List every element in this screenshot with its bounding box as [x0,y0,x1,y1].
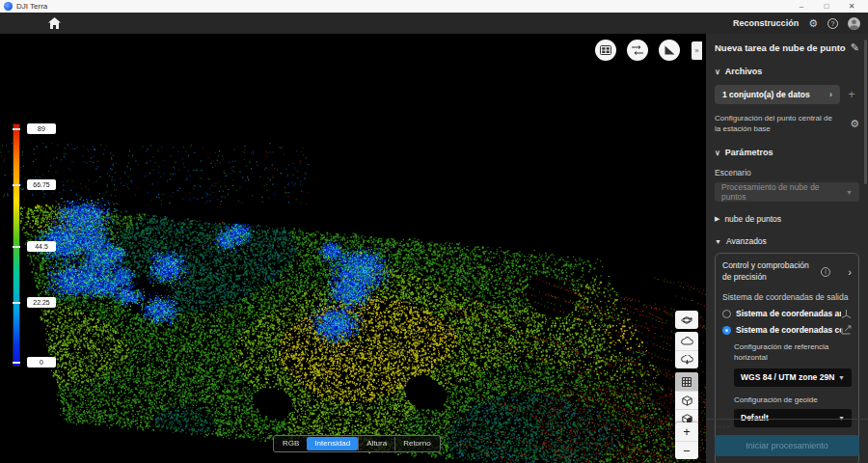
nube-de-puntos-label: nube de puntos [724,214,781,224]
section-archivos-label: Archivos [725,67,763,76]
dji-terra-logo-icon [4,2,13,11]
maximize-button[interactable]: □ [814,2,839,11]
base-station-label: Configuración del punto central de la es… [715,113,836,134]
reconstruction-tab[interactable]: Reconstrucción [733,18,799,28]
axes-icon [841,309,852,318]
section-archivos[interactable]: ∨ Archivos [715,67,859,76]
panel-collapse-handle[interactable]: » [692,41,702,60]
scale-tick [13,362,20,364]
settings-panel: Nueva tarea de nube de puntos L... ✎ ∨ A… [706,34,868,463]
route-tool-button[interactable] [627,40,648,61]
panel-footer: ···· Iniciar procesamiento [706,419,868,463]
cs-arbitrary-label: Sistema de coordenadas arbitr... [736,309,841,318]
horizontal-ref-value: WGS 84 / UTM zone 29N [741,372,834,382]
home-icon [48,17,61,29]
chevron-right-icon: › [829,90,832,99]
scale-label-min: 0 [27,357,56,368]
ruler-icon [665,45,675,55]
edit-title-icon[interactable]: ✎ [851,41,859,54]
section-parametros-label: Parámetros [725,148,773,157]
cube-icon [682,395,692,406]
mode-retorno[interactable]: Retorno [394,437,438,450]
caret-down-icon: ▼ [838,374,845,381]
help-icon[interactable]: ? [827,18,838,29]
accuracy-control-row[interactable]: Control y comprobación de precisión i › [722,260,852,283]
horizontal-ref-label: Configuración de referencia horizontal [734,342,852,364]
photos-tool-button[interactable] [595,40,616,61]
mode-intensidad[interactable]: Intensidad [307,437,358,450]
person-icon [848,17,860,30]
zoom-toolbar: + − [675,422,698,459]
base-station-gear-icon[interactable]: ⚙ [850,118,859,130]
scale-tick [13,302,20,304]
info-icon[interactable]: i [821,267,830,277]
scale-label: 44.5 [27,241,56,252]
settings-gear-icon[interactable]: ⚙ [808,18,818,29]
triangle-down-icon: ▼ [715,238,721,245]
minimize-button[interactable]: – [789,2,814,11]
cs-known-option[interactable]: Sistema de coordenadas conoc... [722,325,852,335]
nav-bar: Reconstrucción ⚙ ? [0,13,868,34]
cloud-arrow-icon [681,355,693,365]
chevron-right-icon: › [848,266,852,278]
dataset-button[interactable]: 1 conjunto(a) de datos › [715,85,840,104]
scale-tick [13,246,20,248]
cs-arbitrary-option[interactable]: Sistema de coordenadas arbitr... [722,309,852,318]
intensity-gradient-bar [13,123,20,367]
close-button[interactable]: ✕ [839,2,864,11]
mode-rgb[interactable]: RGB [275,437,307,450]
chevron-down-icon: ∨ [715,68,720,76]
orbit-view-button[interactable] [675,311,698,329]
import-cs-icon [841,325,852,335]
measure-tool-button[interactable] [659,40,680,61]
photos-icon [600,45,611,55]
user-avatar[interactable] [848,17,860,30]
mode-altura[interactable]: Altura [358,437,394,450]
accuracy-control-label: Control y comprobación de precisión [722,260,815,283]
display-mode-switcher: RGB Intensidad Altura Retorno [273,435,441,452]
point-cloud-viewport[interactable]: 89 66.75 44.5 22.25 0 [0,34,706,463]
orbit-icon [681,314,692,326]
escenario-value: Procesamiento de nube de puntos [721,182,846,202]
avanzados-section[interactable]: ▼ Avanzados [715,236,859,246]
radio-selected-icon [722,326,731,335]
cloud-toolbar [675,332,698,368]
view-toolbar-top [675,311,698,329]
zoom-out-button[interactable]: − [675,441,698,459]
point-cloud-layer-button[interactable] [675,332,698,350]
panel-scrollbar[interactable] [864,40,867,184]
caret-down-icon: ▼ [846,189,853,196]
point-cloud-canvas[interactable] [0,34,706,463]
task-title: Nueva tarea de nube de puntos L... [715,42,846,53]
output-cs-label: Sistema de coordenadas de salida [722,292,852,302]
cs-known-label: Sistema de coordenadas conoc... [736,325,841,335]
section-parametros[interactable]: ∨ Parámetros [715,148,859,157]
scale-label: 22.25 [27,297,56,308]
start-processing-button[interactable]: Iniciar procesamiento [715,435,859,456]
radio-unselected-icon [722,310,731,318]
avanzados-label: Avanzados [726,236,767,246]
display-toolbar [675,372,698,427]
cube-view-button[interactable] [675,391,698,409]
nube-de-puntos-section[interactable]: ▶ nube de puntos [715,214,859,224]
geoid-label: Configuración de geoide [734,395,852,404]
escenario-label: Escenario [715,168,859,177]
zoom-in-button[interactable]: + [675,422,698,441]
scale-tick [13,128,20,130]
title-bar: DJI Terra – □ ✕ [0,0,868,13]
scale-label: 66.75 [27,179,56,190]
escenario-dropdown[interactable]: Procesamiento de nube de puntos ▼ [715,182,859,202]
add-dataset-button[interactable]: + [844,88,859,101]
scale-label-max: 89 [27,123,56,134]
cloud-download-button[interactable] [675,350,698,368]
dataset-count-label: 1 conjunto(a) de datos [722,90,810,99]
chevron-down-icon: ∨ [715,149,720,157]
app-window: DJI Terra – □ ✕ Reconstrucción ⚙ ? [0,0,868,463]
footer-divider [706,419,868,420]
app-title: DJI Terra [16,2,47,11]
horizontal-ref-dropdown[interactable]: WGS 84 / UTM zone 29N ▼ [734,368,852,387]
grid-icon [682,377,692,387]
grid-view-button[interactable] [675,372,698,391]
triangle-right-icon: ▶ [715,215,719,223]
home-button[interactable] [44,15,64,31]
